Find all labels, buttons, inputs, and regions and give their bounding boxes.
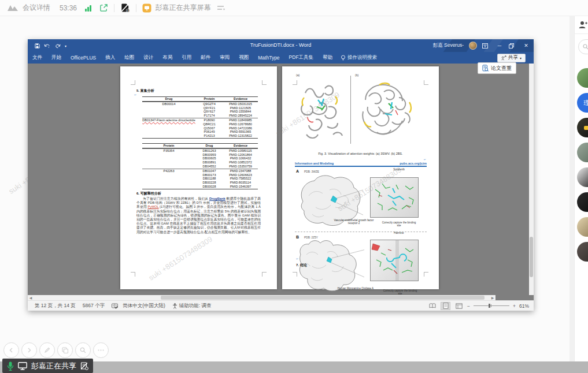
participant-avatar[interactable] — [577, 167, 588, 187]
ribbon-tab-插入[interactable]: 插入 — [101, 52, 120, 64]
accessibility-indicator[interactable]: 辅助功能: 调查 — [172, 303, 212, 309]
scroll-left-arrow[interactable]: ◀ — [28, 296, 34, 300]
ribbon-tab-绘图[interactable]: 绘图 — [120, 52, 139, 64]
read-mode-button[interactable] — [427, 302, 437, 310]
next-page-button[interactable] — [21, 342, 37, 358]
table-row: DB04552PMID:15350759 — [142, 165, 258, 169]
ribbon-tab-设计[interactable]: 设计 — [139, 52, 158, 64]
ribbon-display-options-button[interactable] — [482, 43, 490, 49]
divider — [114, 4, 114, 12]
ribbon-tab-审阅[interactable]: 审阅 — [215, 52, 234, 64]
ribbon-tab-PDF工具集[interactable]: PDF工具集 — [284, 52, 319, 64]
protein-label-b: Human Monoamine Oxidase A — [335, 287, 376, 290]
magnifier-button[interactable] — [75, 342, 91, 358]
participant-avatar[interactable] — [577, 217, 588, 237]
ribbon-tab-引用[interactable]: 引用 — [177, 52, 196, 64]
save-snapshot-button[interactable] — [57, 342, 73, 358]
zoom-percentage[interactable]: 61% — [519, 303, 529, 309]
table-header-row: ProteinDrugEvidence — [142, 143, 258, 148]
ribbon-tab-视图[interactable]: 视图 — [234, 52, 253, 64]
horizontal-scrollbar[interactable]: ◀ ▶ — [28, 295, 495, 300]
table-row: DB01347-Flavin adenine dinucleotideP1809… — [142, 118, 258, 122]
prev-page-button[interactable] — [3, 342, 19, 358]
lightbulb-icon — [341, 55, 346, 61]
table-row: P14213PMID:12315822 — [142, 134, 258, 138]
annotation-disabled-icon[interactable]: o — [120, 3, 130, 13]
qat-customize-button[interactable]: ▾ — [65, 44, 66, 48]
screen-share-icon — [18, 362, 27, 370]
svg-text:o: o — [127, 9, 128, 12]
participant-avatar[interactable] — [577, 192, 588, 212]
note-label-a: Correctly capture the binding site — [382, 221, 416, 227]
ribbon-tab-帮助[interactable]: 帮助 — [318, 52, 337, 64]
microphone-icon — [7, 361, 14, 371]
print-layout-button[interactable] — [441, 302, 450, 310]
web-layout-button[interactable] — [454, 302, 464, 310]
sharing-indicator-chip[interactable]: 彭嘉正在共享 — [2, 359, 93, 373]
participants-icon[interactable] — [578, 21, 587, 29]
table-row: Q9YF21PMID:1121505 — [142, 106, 258, 110]
participant-search-input[interactable] — [578, 39, 588, 54]
more-options-button[interactable] — [93, 342, 109, 358]
section-heading-6: 6. 可解释性分析 — [136, 191, 161, 196]
save-button[interactable] — [35, 43, 40, 49]
ligand-label-b: Harmine — [383, 232, 415, 234]
section-heading-7: 7. 结论 — [296, 263, 307, 268]
tell-me-search[interactable]: 操作说明搜索 — [341, 54, 377, 61]
zoom-out-button[interactable]: − — [467, 303, 470, 309]
table-row: DB00228PMID:8035114 — [142, 181, 258, 185]
paper-check-button[interactable]: 论文查重 — [478, 62, 516, 74]
ribbon-tab-开始[interactable]: 开始 — [47, 52, 66, 64]
participant-avatar[interactable]: 理 — [577, 93, 588, 113]
ribbon-tab-文件[interactable]: 文件 — [28, 52, 47, 64]
sharer-list-icon[interactable] — [217, 5, 225, 12]
table-row: DB00014Q9GZT4PMID:15031315 — [142, 102, 258, 106]
screen-sidebar-gap — [569, 16, 574, 361]
ribbon-tab-OfficePLUS[interactable]: OfficePLUS — [66, 52, 101, 64]
horizontal-scroll-thumb[interactable] — [161, 296, 485, 300]
account-name[interactable]: 彭嘉 Severus- — [433, 42, 464, 49]
word-window: ▾ TruFusionDTI.docx - Word 彭嘉 Severus- ─… — [28, 39, 534, 311]
table-row: DB00891PMID:10852372 — [142, 161, 258, 165]
pen-annotate-button[interactable] — [39, 342, 55, 358]
participant-avatar[interactable] — [577, 118, 588, 137]
account-avatar[interactable] — [469, 42, 477, 50]
drug-protein-table: DrugProteinEvidenceDB00014Q9GZT4PMID:150… — [142, 96, 258, 139]
network-signal-icon — [85, 5, 91, 12]
zoom-slider[interactable] — [474, 305, 509, 306]
page-indicator[interactable]: 第 12 页，共 14 页 — [35, 303, 76, 309]
word-count[interactable]: 5867 个字 — [83, 303, 105, 309]
protein-label-a: Vascular endothelial growth factor recep… — [331, 219, 377, 225]
participants-sidebar: 理 — [574, 16, 588, 361]
ribbon-tab-邮件[interactable]: 邮件 — [196, 52, 215, 64]
scroll-right-arrow[interactable]: ▶ — [490, 296, 495, 300]
accessibility-icon — [172, 303, 177, 309]
ribbon-tab-MathType[interactable]: MathType — [253, 52, 284, 64]
document-canvas[interactable]: 5. 富集分析 ↵ DrugProteinEvidenceDB00014Q9GZ… — [28, 64, 529, 295]
restore-button[interactable] — [509, 43, 517, 49]
table-row: P42263DB01047PMID:2347088 — [142, 169, 258, 173]
document-page-left[interactable]: 5. 富集分析 ↵ DrugProteinEvidenceDB00014Q9GZ… — [120, 66, 277, 289]
close-button[interactable]: ✕ — [522, 43, 530, 49]
open-external-icon[interactable] — [99, 3, 108, 12]
document-page-right[interactable]: (a) (b) — [282, 66, 439, 289]
vertical-scrollbar[interactable] — [529, 64, 534, 295]
protein-ribbon-b — [354, 77, 424, 145]
share-button[interactable]: 共享 ▾ — [497, 54, 526, 62]
undo-button[interactable] — [44, 43, 51, 49]
participant-avatar[interactable] — [577, 143, 588, 162]
redo-button[interactable] — [55, 43, 61, 49]
protein-drug-table: ProteinDrugEvidenceP35354DB01263PMID:105… — [142, 143, 258, 189]
minimize-button[interactable]: ─ — [495, 43, 504, 49]
proofing-icon[interactable] — [112, 303, 118, 309]
zoom-in-button[interactable]: + — [513, 303, 516, 309]
participant-avatar[interactable] — [577, 68, 588, 88]
language-indicator[interactable]: 简体中文(中国大陆) — [123, 303, 165, 309]
meeting-detail-link[interactable]: 会议详情 — [23, 3, 50, 13]
binding-site-inset-a — [370, 177, 419, 218]
ribbon-tab-布局[interactable]: 布局 — [158, 52, 177, 64]
table-row: DB00605PMID:1066432 — [142, 156, 258, 161]
word-title-bar: ▾ TruFusionDTI.docx - Word 彭嘉 Severus- ─… — [28, 39, 534, 52]
zoom-slider-thumb[interactable] — [489, 304, 490, 308]
participant-avatar[interactable] — [577, 242, 588, 262]
